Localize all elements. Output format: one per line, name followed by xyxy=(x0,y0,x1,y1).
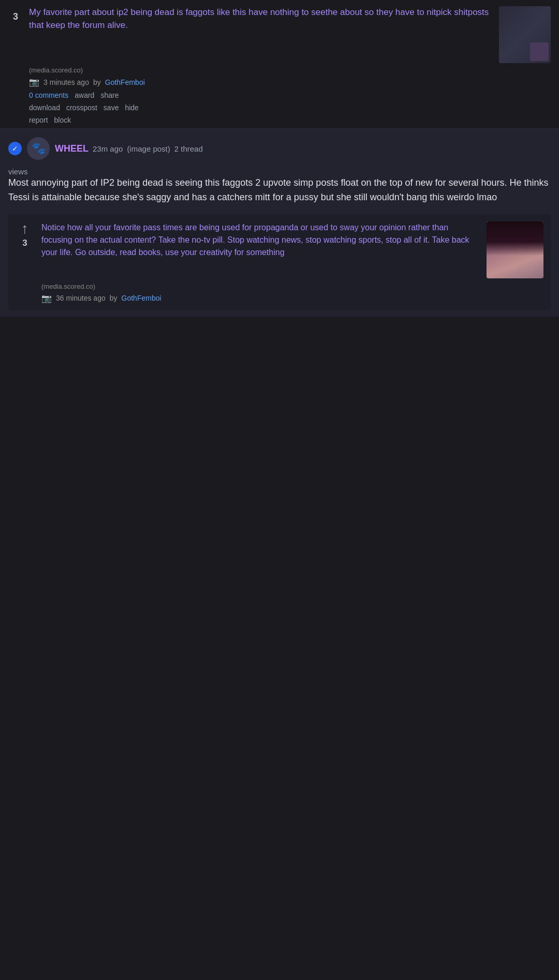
action-row-3: report block xyxy=(29,116,551,124)
hide-link[interactable]: hide xyxy=(125,103,138,112)
post-content: My favorite part about ip2 being dead is… xyxy=(29,6,551,124)
wheel-thread-span: 2 thread xyxy=(174,144,203,153)
sub-thumbnail xyxy=(487,221,543,278)
wheel-body: Most annoying part of IP2 being dead is … xyxy=(8,176,551,205)
avatar-icon: 🐾 xyxy=(32,142,46,155)
camera-icon: 📷 xyxy=(29,77,39,87)
user-avatar: 🐾 xyxy=(27,137,50,160)
sub-source: (media.scored.co) xyxy=(41,283,543,290)
post-body-row: My favorite part about ip2 being dead is… xyxy=(29,6,551,63)
award-link[interactable]: award xyxy=(75,91,94,99)
wheel-meta-block: WHEEL 23m ago (image post) 2 thread xyxy=(55,143,203,154)
action-row-2: download crosspost save hide xyxy=(29,103,551,112)
wheel-header: ✓ 🐾 WHEEL 23m ago (image post) 2 thread xyxy=(8,137,551,160)
report-link[interactable]: report xyxy=(29,116,48,124)
sub-post-text: Notice how all your favorite pass times … xyxy=(41,221,481,259)
thumbnail-inner xyxy=(530,42,549,61)
sub-meta: 📷 36 minutes ago by GothFemboi xyxy=(41,293,543,303)
post-thumbnail xyxy=(499,6,551,63)
sub-thumbnail-image xyxy=(487,221,543,278)
save-link[interactable]: save xyxy=(104,103,119,112)
meta-line: 📷 3 minutes ago by GothFemboi xyxy=(29,77,551,87)
views-label: views xyxy=(8,167,551,176)
vote-column: 3 xyxy=(8,6,23,124)
sub-author-link[interactable]: GothFemboi xyxy=(122,294,161,302)
top-post: 3 My favorite part about ip2 being dead … xyxy=(0,0,559,129)
wheel-time-span: 23m ago xyxy=(93,144,123,153)
block-link[interactable]: block xyxy=(54,116,71,124)
sub-time-ago: 36 minutes ago xyxy=(56,294,106,302)
thumbnail-image xyxy=(499,6,551,63)
crosspost-link[interactable]: crosspost xyxy=(66,103,97,112)
time-ago: 3 minutes ago xyxy=(43,78,89,86)
upvote-arrow-icon[interactable]: ↑ xyxy=(21,221,28,236)
wheel-post: ✓ 🐾 WHEEL 23m ago (image post) 2 thread … xyxy=(0,129,559,317)
sub-camera-icon: 📷 xyxy=(41,293,52,303)
sub-content: Notice how all your favorite pass times … xyxy=(41,221,543,303)
source-line: (media.scored.co) xyxy=(29,66,551,74)
author-link[interactable]: GothFemboi xyxy=(105,78,145,86)
thumbnail-hair-detail xyxy=(487,221,543,256)
verified-badge: ✓ xyxy=(8,142,22,155)
post-text: My favorite part about ip2 being dead is… xyxy=(29,6,494,32)
comments-link[interactable]: 0 comments xyxy=(29,91,68,99)
sub-post: ↑ 3 Notice how all your favorite pass ti… xyxy=(8,214,551,310)
by-label: by xyxy=(93,78,101,86)
check-icon: ✓ xyxy=(12,144,18,153)
sub-by-label: by xyxy=(110,294,117,302)
action-row: 0 comments award share xyxy=(29,91,551,99)
sub-body-row: Notice how all your favorite pass times … xyxy=(41,221,543,278)
vote-count: 3 xyxy=(13,11,18,22)
download-link[interactable]: download xyxy=(29,103,60,112)
sub-vote-column: ↑ 3 xyxy=(16,221,34,303)
sub-vote-count: 3 xyxy=(22,238,27,248)
share-link[interactable]: share xyxy=(100,91,119,99)
wheel-tag-span: (image post) xyxy=(127,144,170,153)
wheel-username-span[interactable]: WHEEL xyxy=(55,143,89,154)
